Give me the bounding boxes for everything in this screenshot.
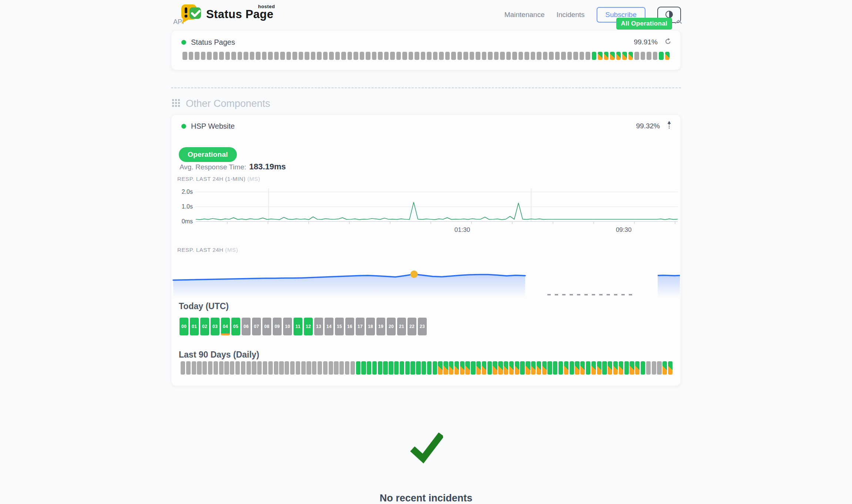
uptime-cell[interactable] <box>182 52 187 60</box>
hour-cell[interactable]: 21 <box>397 318 406 335</box>
day-cell[interactable] <box>454 361 459 375</box>
uptime-cell[interactable] <box>189 52 194 60</box>
uptime-cell[interactable] <box>262 52 267 60</box>
day-cell[interactable] <box>635 361 640 375</box>
uptime-cell[interactable] <box>335 52 340 60</box>
day-cell[interactable] <box>476 361 481 375</box>
day-cell[interactable] <box>268 361 273 375</box>
uptime-cell[interactable] <box>274 52 279 60</box>
uptime-cell[interactable] <box>549 52 554 60</box>
day-cell[interactable] <box>378 361 382 375</box>
day-cell[interactable] <box>306 361 311 375</box>
uptime-cell[interactable] <box>628 52 633 60</box>
day-cell[interactable] <box>372 361 377 375</box>
day-cell[interactable] <box>208 361 212 375</box>
hour-cell[interactable]: 12 <box>304 318 313 335</box>
day-cell[interactable] <box>241 361 245 375</box>
day-cell[interactable] <box>192 361 196 375</box>
day-cell[interactable] <box>279 361 284 375</box>
day-cell[interactable] <box>422 361 426 375</box>
nav-link-incidents[interactable]: Incidents <box>556 11 584 19</box>
day-cell[interactable] <box>597 361 601 375</box>
hour-cell[interactable]: 09 <box>273 318 282 335</box>
hour-cell[interactable]: 22 <box>407 318 416 335</box>
hour-cell[interactable]: 18 <box>366 318 375 335</box>
uptime-cell[interactable] <box>439 52 444 60</box>
day-cell[interactable] <box>312 361 316 375</box>
hour-cell[interactable]: 02 <box>200 318 209 335</box>
uptime-cell[interactable] <box>427 52 432 60</box>
day-cell[interactable] <box>433 361 437 375</box>
day-cell[interactable] <box>345 361 349 375</box>
day-cell[interactable] <box>449 361 453 375</box>
day-cell[interactable] <box>361 361 366 375</box>
overall-status-badge[interactable]: All Operational <box>616 18 672 30</box>
uptime-cell[interactable] <box>524 52 529 60</box>
hour-cell[interactable]: 01 <box>190 318 199 335</box>
day-cell[interactable] <box>570 361 574 375</box>
day-cell[interactable] <box>290 361 295 375</box>
uptime-cell[interactable] <box>250 52 255 60</box>
hour-cell[interactable]: 16 <box>345 318 354 335</box>
day-cell[interactable] <box>230 361 234 375</box>
uptime-cell[interactable] <box>256 52 261 60</box>
day-cell[interactable] <box>443 361 448 375</box>
day-cell[interactable] <box>580 361 585 375</box>
day-cell[interactable] <box>465 361 470 375</box>
hour-cell[interactable]: 20 <box>387 318 396 335</box>
uptime-cell[interactable] <box>195 52 199 60</box>
day-cell[interactable] <box>646 361 651 375</box>
collapse-chevron-icon[interactable] <box>674 19 682 26</box>
day-cell[interactable] <box>608 361 612 375</box>
uptime-cell[interactable] <box>561 52 566 60</box>
header-logo[interactable]: Status Page hosted <box>180 3 274 26</box>
day-cell[interactable] <box>624 361 629 375</box>
uptime-cell[interactable] <box>512 52 517 60</box>
day-cell[interactable] <box>252 361 256 375</box>
day-cell[interactable] <box>274 361 278 375</box>
uptime-cell[interactable] <box>463 52 468 60</box>
uptime-cell[interactable] <box>390 52 395 60</box>
day-cell[interactable] <box>389 361 393 375</box>
day-cell[interactable] <box>186 361 191 375</box>
uptime-cell[interactable] <box>219 52 224 60</box>
refresh-icon[interactable] <box>664 38 672 47</box>
uptime-cell[interactable] <box>317 52 322 60</box>
uptime-cell[interactable] <box>421 52 426 60</box>
uptime-cell[interactable] <box>592 52 597 60</box>
day-cell[interactable] <box>263 361 267 375</box>
day-cell[interactable] <box>526 361 530 375</box>
uptime-cell[interactable] <box>457 52 462 60</box>
day-cell[interactable] <box>613 361 618 375</box>
day-cell[interactable] <box>586 361 590 375</box>
day-cell[interactable] <box>515 361 519 375</box>
hour-cell[interactable]: 11 <box>293 318 302 335</box>
uptime-cell[interactable] <box>641 52 645 60</box>
uptime-cell[interactable] <box>268 52 273 60</box>
day-cell[interactable] <box>224 361 229 375</box>
uptime-cell[interactable] <box>451 52 456 60</box>
uptime-cell[interactable] <box>567 52 572 60</box>
day-cell[interactable] <box>416 361 420 375</box>
day-cell[interactable] <box>531 361 536 375</box>
day-cell[interactable] <box>630 361 634 375</box>
day-cell[interactable] <box>602 361 607 375</box>
day-cell[interactable] <box>246 361 251 375</box>
uptime-cell[interactable] <box>292 52 297 60</box>
uptime-cell[interactable] <box>519 52 523 60</box>
uptime-cell[interactable] <box>482 52 487 60</box>
day-cell[interactable] <box>537 361 541 375</box>
uptime-cell[interactable] <box>573 52 578 60</box>
uptime-cell[interactable] <box>366 52 370 60</box>
uptime-cell[interactable] <box>299 52 303 60</box>
uptime-cell[interactable] <box>500 52 505 60</box>
day-cell[interactable] <box>285 361 289 375</box>
hour-cell[interactable]: 23 <box>418 318 427 335</box>
day-cell[interactable] <box>493 361 497 375</box>
day-cell[interactable] <box>356 361 360 375</box>
hour-cell[interactable]: 03 <box>211 318 219 335</box>
day-cell[interactable] <box>553 361 557 375</box>
hour-cell[interactable]: 10 <box>283 318 292 335</box>
uptime-cell[interactable] <box>531 52 536 60</box>
uptime-cell[interactable] <box>665 52 670 60</box>
